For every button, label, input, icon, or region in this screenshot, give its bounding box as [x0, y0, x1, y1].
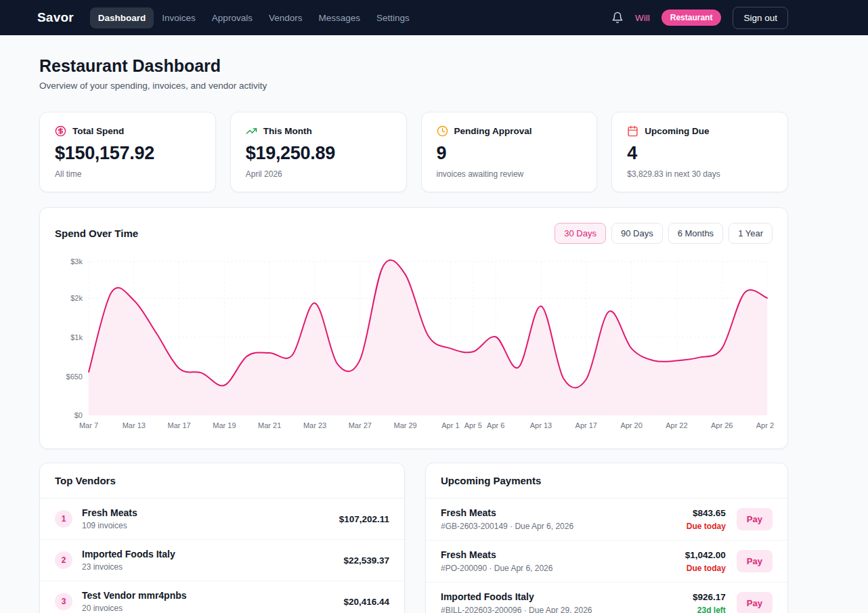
stat-value: $19,250.89: [246, 143, 391, 164]
svg-text:Apr 6: Apr 6: [487, 421, 504, 429]
svg-text:Mar 21: Mar 21: [258, 421, 281, 429]
vendor-row[interactable]: 1 Fresh Meats 109 invoices $107,202.11: [40, 499, 404, 540]
pay-button[interactable]: Pay: [737, 508, 773, 530]
payment-row: Imported Foods Italy #BILL-202603-200096…: [426, 583, 787, 613]
stats-row: Total Spend $150,157.92 All time This Mo…: [39, 112, 788, 192]
payment-due-status: Due today: [687, 522, 726, 531]
nav-item-invoices[interactable]: Invoices: [154, 7, 204, 28]
svg-text:Mar 27: Mar 27: [349, 421, 372, 429]
page-subtitle: Overview of your spending, invoices, and…: [39, 81, 788, 91]
payment-vendor: Imported Foods Italy: [441, 591, 592, 602]
nav-item-approvals[interactable]: Approvals: [204, 7, 261, 28]
vendor-amount: $20,416.44: [343, 597, 389, 607]
vendor-name: Imported Foods Italy: [82, 549, 175, 559]
top-navbar: Savor Dashboard Invoices Approvals Vendo…: [0, 0, 868, 35]
svg-text:$0: $0: [74, 411, 83, 419]
range-button-1-year[interactable]: 1 Year: [729, 223, 773, 244]
page-content: Restaurant Dashboard Overview of your sp…: [39, 35, 788, 613]
vendor-name: Test Vendor mmr4pnbs: [82, 590, 187, 601]
payment-amount: $843.65: [687, 508, 726, 518]
dollar-circle-icon: [55, 125, 66, 137]
stat-label: Pending Approval: [454, 126, 532, 136]
rank-badge: 1: [55, 510, 72, 528]
chart-title: Spend Over Time: [55, 228, 138, 239]
spend-over-time-card: Spend Over Time 30 Days 90 Days 6 Months…: [39, 207, 788, 449]
payment-meta: #BILL-202603-200096 · Due Apr 29, 2026: [441, 606, 592, 613]
svg-text:Mar 17: Mar 17: [167, 421, 190, 429]
stat-value: 9: [437, 143, 582, 164]
navbar-right-cluster: Will Restaurant Sign out: [611, 7, 788, 29]
range-button-30-days[interactable]: 30 Days: [555, 223, 606, 244]
payment-vendor: Fresh Meats: [441, 507, 573, 518]
svg-text:Mar 13: Mar 13: [123, 421, 146, 429]
range-button-6-months[interactable]: 6 Months: [668, 223, 723, 244]
upcoming-payments-panel: Upcoming Payments Fresh Meats #GB-2603-2…: [425, 463, 788, 613]
trend-up-icon: [246, 125, 257, 137]
svg-text:Apr 5: Apr 5: [464, 421, 482, 429]
user-profile-link[interactable]: Will: [635, 13, 650, 23]
rank-badge: 2: [55, 551, 72, 569]
stat-sub: All time: [55, 169, 200, 179]
vendor-name: Fresh Meats: [82, 507, 137, 518]
vendor-invoice-count: 20 invoices: [82, 604, 187, 613]
svg-text:Mar 23: Mar 23: [303, 421, 326, 429]
svg-text:Apr 29: Apr 29: [756, 421, 774, 429]
main-nav: Dashboard Invoices Approvals Vendors Mes…: [90, 7, 418, 28]
pay-button[interactable]: Pay: [737, 592, 773, 613]
svg-text:Mar 7: Mar 7: [79, 421, 98, 429]
nav-item-settings[interactable]: Settings: [368, 7, 418, 28]
calendar-icon: [627, 125, 638, 137]
svg-text:Mar 29: Mar 29: [393, 421, 416, 429]
vendor-amount: $107,202.11: [339, 514, 389, 524]
stat-card-total-spend: Total Spend $150,157.92 All time: [39, 112, 216, 192]
brand-logo[interactable]: Savor: [37, 10, 74, 25]
svg-text:Apr 22: Apr 22: [666, 421, 687, 429]
svg-text:Mar 19: Mar 19: [213, 421, 236, 429]
nav-item-messages[interactable]: Messages: [310, 7, 368, 28]
top-vendors-title: Top Vendors: [40, 463, 404, 499]
svg-text:Apr 1: Apr 1: [441, 421, 459, 429]
svg-text:$2k: $2k: [70, 294, 83, 302]
svg-text:Apr 20: Apr 20: [620, 421, 642, 429]
role-badge: Restaurant: [661, 9, 722, 26]
stat-label: Upcoming Due: [645, 126, 709, 136]
vendor-invoice-count: 23 invoices: [82, 562, 175, 572]
pay-button[interactable]: Pay: [737, 550, 773, 572]
range-button-90-days[interactable]: 90 Days: [611, 223, 663, 244]
stat-label: Total Spend: [72, 126, 124, 136]
bottom-panels: Top Vendors 1 Fresh Meats 109 invoices $…: [39, 463, 788, 613]
payment-amount: $926.17: [693, 592, 726, 602]
svg-text:Apr 17: Apr 17: [576, 421, 597, 429]
clock-icon: [437, 125, 448, 137]
svg-text:Apr 13: Apr 13: [530, 421, 552, 429]
payment-row: Fresh Meats #PO-200090 · Due Apr 6, 2026…: [426, 541, 787, 583]
payment-meta: #GB-2603-200149 · Due Apr 6, 2026: [441, 522, 573, 531]
stat-value: 4: [627, 143, 773, 164]
page-title: Restaurant Dashboard: [39, 56, 788, 76]
stat-sub: invoices awaiting review: [437, 169, 582, 179]
signout-button[interactable]: Sign out: [733, 7, 788, 29]
stat-sub: $3,829.83 in next 30 days: [627, 169, 773, 179]
stat-value: $150,157.92: [55, 143, 200, 164]
stat-card-upcoming-due: Upcoming Due 4 $3,829.83 in next 30 days: [611, 112, 788, 192]
svg-text:Apr 26: Apr 26: [711, 421, 733, 429]
svg-text:$1k: $1k: [70, 333, 83, 341]
top-vendors-panel: Top Vendors 1 Fresh Meats 109 invoices $…: [39, 463, 405, 613]
payment-due-status: 23d left: [693, 606, 726, 613]
svg-text:$3k: $3k: [70, 257, 83, 266]
payment-amount: $1,042.00: [685, 550, 726, 560]
upcoming-payments-title: Upcoming Payments: [426, 463, 787, 499]
vendor-invoice-count: 109 invoices: [82, 521, 137, 530]
nav-item-vendors[interactable]: Vendors: [261, 7, 311, 28]
vendor-row[interactable]: 2 Imported Foods Italy 23 invoices $22,5…: [40, 540, 404, 581]
payment-row: Fresh Meats #GB-2603-200149 · Due Apr 6,…: [426, 499, 787, 541]
nav-item-dashboard[interactable]: Dashboard: [90, 7, 154, 28]
payment-vendor: Fresh Meats: [441, 549, 552, 560]
notifications-bell-icon[interactable]: [611, 12, 624, 24]
stat-card-pending-approval: Pending Approval 9 invoices awaiting rev…: [421, 112, 598, 192]
rank-badge: 3: [55, 593, 72, 610]
spend-over-time-chart: $0$650$1k$2k$3kMar 7Mar 13Mar 17Mar 19Ma…: [55, 252, 774, 434]
vendor-amount: $22,539.37: [343, 555, 389, 566]
vendor-row[interactable]: 3 Test Vendor mmr4pnbs 20 invoices $20,4…: [40, 581, 404, 613]
payment-due-status: Due today: [685, 564, 726, 573]
